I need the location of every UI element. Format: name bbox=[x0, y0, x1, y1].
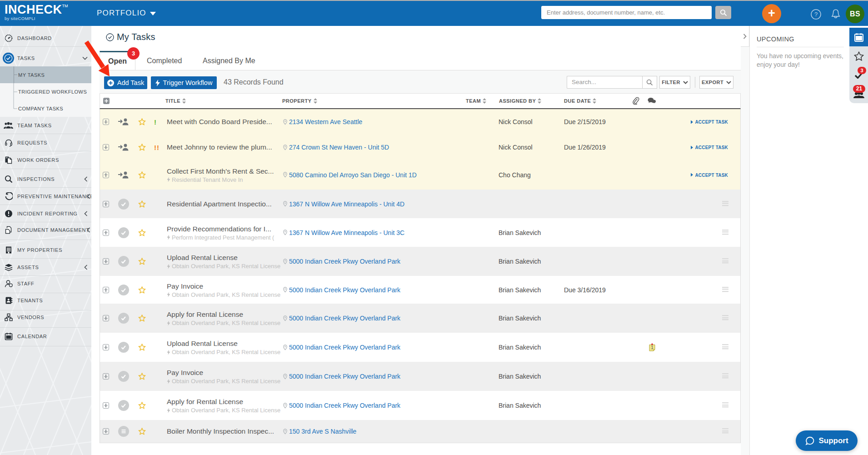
svg-text:1: 1 bbox=[651, 345, 653, 350]
svg-text:?: ? bbox=[814, 11, 818, 18]
